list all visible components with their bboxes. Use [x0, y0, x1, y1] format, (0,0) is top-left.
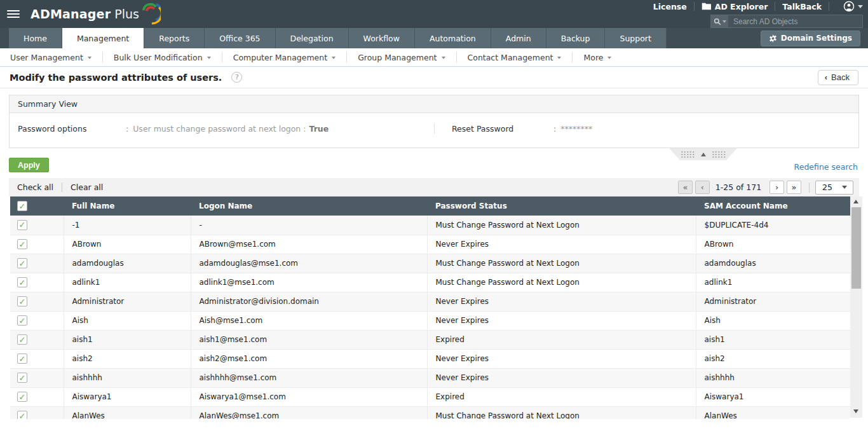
- check-icon: ✓: [19, 317, 26, 325]
- check-icon: ✓: [19, 374, 26, 382]
- cell-logon-name: aish1@mse1.com: [191, 330, 427, 349]
- select-all-checkbox[interactable]: ✓: [17, 201, 27, 211]
- last-page-button[interactable]: »: [787, 181, 801, 194]
- cell-logon-name: aish2@mse1.com: [191, 349, 427, 368]
- check-icon: ✓: [19, 259, 26, 268]
- column-header-sam-account-name[interactable]: SAM Account Name: [696, 196, 850, 216]
- chevron-down-icon: [332, 57, 336, 59]
- row-checkbox[interactable]: ✓: [17, 258, 27, 268]
- pagination: « ‹ 1-25 of 171 › » 25: [675, 181, 853, 195]
- redefine-search-link[interactable]: Redefine search: [794, 162, 858, 172]
- next-page-button[interactable]: ›: [770, 181, 784, 194]
- table-row[interactable]: ✓ aish1 aish1@mse1.com Expired aish1: [10, 330, 850, 349]
- apply-button[interactable]: Apply: [9, 158, 49, 172]
- cell-password-status: Expired: [427, 330, 696, 349]
- table-row[interactable]: ✓ adlink1 adlink1@mse1.com Must Change P…: [10, 273, 850, 292]
- user-account-menu[interactable]: [843, 1, 863, 12]
- page-size-select[interactable]: 25: [815, 181, 853, 195]
- row-checkbox[interactable]: ✓: [17, 296, 27, 306]
- column-header-password-status[interactable]: Password Status: [427, 196, 696, 216]
- nav-tab[interactable]: Backup: [546, 28, 606, 48]
- search-icon: [714, 18, 721, 25]
- subnav-contact-management[interactable]: Contact Management: [457, 52, 573, 62]
- table-scrollbar[interactable]: [850, 196, 862, 418]
- nav-tab[interactable]: Admin: [491, 28, 546, 48]
- nav-tab[interactable]: Automation: [415, 28, 491, 48]
- table-row[interactable]: ✓ AlanWes AlanWes@mse1.com Must Change P…: [10, 406, 850, 419]
- check-icon: ✓: [19, 278, 26, 287]
- hamburger-menu-icon[interactable]: [7, 8, 20, 20]
- nav-tab[interactable]: Workflow: [349, 28, 415, 48]
- search-scope-button[interactable]: [711, 15, 728, 27]
- cell-password-status: Must Change Password at Next Logon: [427, 216, 696, 235]
- subnav-computer-management[interactable]: Computer Management: [222, 52, 347, 62]
- nav-tab[interactable]: Support: [605, 28, 666, 48]
- help-icon[interactable]: ?: [231, 72, 242, 83]
- first-page-button[interactable]: «: [678, 181, 693, 194]
- collapse-summary-handle[interactable]: [669, 148, 737, 160]
- nav-tab[interactable]: Home: [9, 28, 62, 48]
- subnav-bulk-user-modification[interactable]: Bulk User Modification: [103, 52, 222, 62]
- scrollbar-thumb[interactable]: [851, 207, 861, 289]
- cell-full-name: aishhhh: [64, 368, 191, 387]
- table-row[interactable]: ✓ Aish Aish@mse1.com Never Expires Aish: [10, 311, 850, 330]
- subnav-group-management[interactable]: Group Management: [347, 52, 456, 62]
- ad-explorer-link[interactable]: AD Explorer: [702, 2, 768, 11]
- summary-panel-title: Summary View: [10, 95, 858, 113]
- subnav-user-management[interactable]: User Management: [10, 52, 103, 62]
- cell-logon-name: Administrator@division.domain: [191, 292, 427, 311]
- check-icon: ✓: [19, 202, 26, 210]
- prev-page-button[interactable]: ‹: [695, 181, 710, 194]
- cell-sam-account-name: aish1: [696, 330, 850, 349]
- nav-tab[interactable]: Office 365: [205, 28, 275, 48]
- check-icon: ✓: [19, 298, 26, 306]
- check-icon: ✓: [19, 221, 26, 229]
- check-all-link[interactable]: Check all: [17, 182, 53, 192]
- cell-full-name: aish2: [64, 349, 191, 368]
- table-row[interactable]: ✓ Aiswarya1 Aiswarya1@mse1.com Expired A…: [10, 387, 850, 406]
- table-row[interactable]: ✓ Administrator Administrator@division.d…: [10, 292, 850, 311]
- nav-tab[interactable]: Delegation: [276, 28, 349, 48]
- clear-all-link[interactable]: Clear all: [71, 182, 103, 192]
- row-checkbox[interactable]: ✓: [17, 411, 27, 419]
- table-row[interactable]: ✓ -1 - Must Change Password at Next Logo…: [10, 216, 850, 235]
- cell-sam-account-name: AlanWes: [696, 406, 850, 419]
- table-row[interactable]: ✓ adamdouglas adamdouglas@mse1.com Must …: [10, 254, 850, 273]
- row-checkbox[interactable]: ✓: [17, 354, 27, 364]
- row-checkbox[interactable]: ✓: [17, 239, 27, 249]
- domain-settings-button[interactable]: Domain Settings: [761, 31, 860, 46]
- brand-suffix: Plus: [114, 7, 139, 21]
- row-checkbox[interactable]: ✓: [17, 315, 27, 326]
- column-header-full-name[interactable]: Full Name: [64, 196, 191, 216]
- app-logo: ADManager Plus: [31, 3, 161, 25]
- summary-actions-row: Apply Redefine search: [0, 148, 868, 178]
- column-header-logon-name[interactable]: Logon Name: [191, 196, 427, 216]
- management-subnav: User Management Bulk User Modification C…: [0, 48, 868, 67]
- row-checkbox[interactable]: ✓: [17, 220, 27, 230]
- table-row[interactable]: ✓ aishhhh aishhhh@mse1.com Never Expires…: [10, 368, 850, 387]
- license-link[interactable]: License: [653, 2, 687, 11]
- cell-full-name: Aish: [64, 311, 191, 330]
- user-avatar-icon: [843, 1, 855, 12]
- scroll-down-icon[interactable]: [853, 409, 858, 413]
- cell-sam-account-name: aishhhh: [696, 368, 850, 387]
- table-row[interactable]: ✓ aish2 aish2@mse1.com Never Expires ais…: [10, 349, 850, 368]
- cell-logon-name: adamdouglas@mse1.com: [191, 254, 427, 273]
- nav-tab[interactable]: Management: [62, 28, 144, 48]
- row-checkbox[interactable]: ✓: [17, 277, 27, 287]
- search-input[interactable]: [728, 15, 862, 27]
- back-button[interactable]: ‹ Back: [818, 70, 858, 85]
- row-checkbox[interactable]: ✓: [17, 373, 27, 383]
- nav-tab[interactable]: Reports: [144, 28, 205, 48]
- check-icon: ✓: [19, 336, 26, 344]
- users-table: ✓ Full Name Logon Name Password Status S…: [10, 196, 850, 419]
- talkback-link[interactable]: TalkBack: [782, 2, 822, 11]
- table-row[interactable]: ✓ ABrown ABrown@mse1.com Never Expires A…: [10, 235, 850, 254]
- check-icon: ✓: [19, 240, 26, 249]
- divider: [694, 2, 695, 11]
- topbar-right: License AD Explorer TalkBack: [653, 0, 868, 28]
- row-checkbox[interactable]: ✓: [17, 392, 27, 402]
- scroll-up-icon[interactable]: [853, 200, 858, 203]
- subnav-more[interactable]: More: [573, 52, 622, 62]
- row-checkbox[interactable]: ✓: [17, 334, 27, 345]
